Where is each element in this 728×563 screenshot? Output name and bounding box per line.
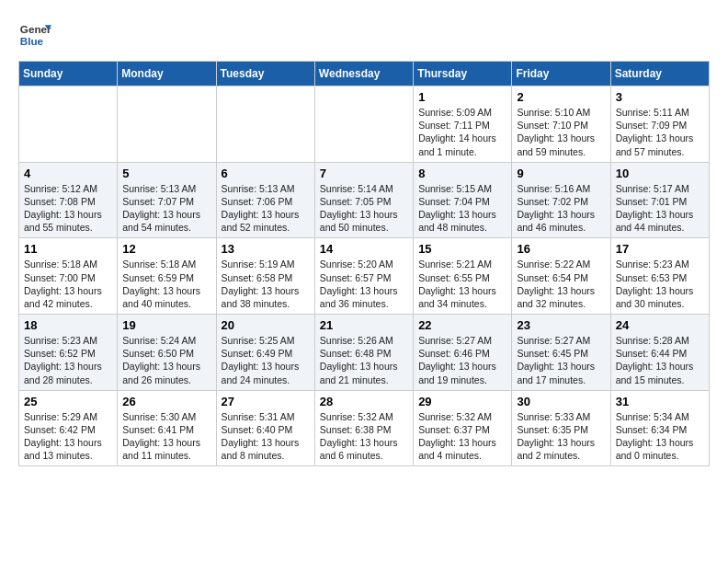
day-number: 28 [320,395,408,408]
day-number: 17 [616,242,704,256]
table-row [19,86,118,163]
day-number: 21 [320,318,408,332]
table-row [216,86,314,163]
day-number: 20 [222,318,310,332]
day-info: Sunrise: 5:15 AM Sunset: 7:04 PM Dayligh… [418,182,506,235]
day-info: Sunrise: 5:19 AM Sunset: 6:58 PM Dayligh… [222,258,310,310]
day-info: Sunrise: 5:23 AM Sunset: 6:53 PM Dayligh… [616,258,704,310]
day-info: Sunrise: 5:11 AM Sunset: 7:09 PM Dayligh… [616,106,704,158]
day-info: Sunrise: 5:22 AM Sunset: 6:54 PM Dayligh… [517,258,605,310]
weekday-header: Wednesday [314,62,413,86]
table-row: 28Sunrise: 5:32 AM Sunset: 6:38 PM Dayli… [314,390,413,466]
day-number: 29 [418,395,506,408]
calendar-table: SundayMondayTuesdayWednesdayThursdayFrid… [18,61,710,466]
day-number: 30 [517,395,605,408]
day-number: 8 [418,167,506,180]
table-row: 7Sunrise: 5:14 AM Sunset: 7:05 PM Daylig… [314,162,413,238]
table-row: 24Sunrise: 5:28 AM Sunset: 6:44 PM Dayli… [610,315,709,391]
day-info: Sunrise: 5:16 AM Sunset: 7:02 PM Dayligh… [517,182,605,235]
table-row: 13Sunrise: 5:19 AM Sunset: 6:58 PM Dayli… [216,238,314,315]
table-row: 10Sunrise: 5:17 AM Sunset: 7:01 PM Dayli… [610,162,709,238]
day-info: Sunrise: 5:18 AM Sunset: 6:59 PM Dayligh… [122,258,210,310]
day-info: Sunrise: 5:34 AM Sunset: 6:34 PM Dayligh… [616,410,704,463]
day-info: Sunrise: 5:25 AM Sunset: 6:49 PM Dayligh… [222,334,310,386]
table-row: 19Sunrise: 5:24 AM Sunset: 6:50 PM Dayli… [118,315,216,391]
table-row: 31Sunrise: 5:34 AM Sunset: 6:34 PM Dayli… [610,390,709,466]
weekday-header: Saturday [610,62,709,86]
table-row: 14Sunrise: 5:20 AM Sunset: 6:57 PM Dayli… [314,238,413,315]
day-info: Sunrise: 5:20 AM Sunset: 6:57 PM Dayligh… [320,258,408,310]
day-number: 18 [24,318,112,332]
weekday-header: Thursday [414,62,512,86]
table-row: 27Sunrise: 5:31 AM Sunset: 6:40 PM Dayli… [216,390,314,466]
day-number: 24 [616,318,704,332]
day-number: 1 [418,90,506,104]
table-row: 8Sunrise: 5:15 AM Sunset: 7:04 PM Daylig… [414,162,512,238]
day-info: Sunrise: 5:32 AM Sunset: 6:38 PM Dayligh… [320,410,408,463]
day-info: Sunrise: 5:09 AM Sunset: 7:11 PM Dayligh… [418,106,506,158]
day-number: 16 [517,242,605,256]
page-header: General Blue [18,18,710,52]
day-number: 10 [616,167,704,180]
day-info: Sunrise: 5:13 AM Sunset: 7:07 PM Dayligh… [122,182,210,235]
day-number: 15 [418,242,506,256]
day-number: 25 [24,395,112,408]
table-row: 17Sunrise: 5:23 AM Sunset: 6:53 PM Dayli… [610,238,709,315]
day-number: 26 [122,395,210,408]
table-row: 1Sunrise: 5:09 AM Sunset: 7:11 PM Daylig… [414,86,512,163]
day-number: 4 [24,167,112,180]
day-info: Sunrise: 5:28 AM Sunset: 6:44 PM Dayligh… [616,334,704,386]
day-number: 27 [222,395,310,408]
table-row: 26Sunrise: 5:30 AM Sunset: 6:41 PM Dayli… [118,390,216,466]
weekday-header: Friday [512,62,610,86]
logo: General Blue [18,18,51,52]
table-row: 2Sunrise: 5:10 AM Sunset: 7:10 PM Daylig… [512,86,610,163]
table-row: 25Sunrise: 5:29 AM Sunset: 6:42 PM Dayli… [19,390,118,466]
day-info: Sunrise: 5:18 AM Sunset: 7:00 PM Dayligh… [24,258,112,310]
table-row: 16Sunrise: 5:22 AM Sunset: 6:54 PM Dayli… [512,238,610,315]
table-row: 9Sunrise: 5:16 AM Sunset: 7:02 PM Daylig… [512,162,610,238]
table-row: 18Sunrise: 5:23 AM Sunset: 6:52 PM Dayli… [19,315,118,391]
day-info: Sunrise: 5:30 AM Sunset: 6:41 PM Dayligh… [122,410,210,463]
table-row: 6Sunrise: 5:13 AM Sunset: 7:06 PM Daylig… [216,162,314,238]
table-row: 3Sunrise: 5:11 AM Sunset: 7:09 PM Daylig… [610,86,709,163]
day-info: Sunrise: 5:24 AM Sunset: 6:50 PM Dayligh… [122,334,210,386]
table-row: 15Sunrise: 5:21 AM Sunset: 6:55 PM Dayli… [414,238,512,315]
calendar-header: SundayMondayTuesdayWednesdayThursdayFrid… [19,62,710,86]
day-number: 31 [616,395,704,408]
table-row: 29Sunrise: 5:32 AM Sunset: 6:37 PM Dayli… [414,390,512,466]
day-number: 19 [122,318,210,332]
table-row: 5Sunrise: 5:13 AM Sunset: 7:07 PM Daylig… [118,162,216,238]
table-row: 21Sunrise: 5:26 AM Sunset: 6:48 PM Dayli… [314,315,413,391]
day-info: Sunrise: 5:27 AM Sunset: 6:46 PM Dayligh… [418,334,506,386]
day-info: Sunrise: 5:23 AM Sunset: 6:52 PM Dayligh… [24,334,112,386]
svg-text:General: General [20,23,51,35]
table-row: 23Sunrise: 5:27 AM Sunset: 6:45 PM Dayli… [512,315,610,391]
day-info: Sunrise: 5:33 AM Sunset: 6:35 PM Dayligh… [517,410,605,463]
table-row [118,86,216,163]
day-info: Sunrise: 5:32 AM Sunset: 6:37 PM Dayligh… [418,410,506,463]
day-number: 6 [222,167,310,180]
table-row: 4Sunrise: 5:12 AM Sunset: 7:08 PM Daylig… [19,162,118,238]
day-info: Sunrise: 5:10 AM Sunset: 7:10 PM Dayligh… [517,106,605,158]
svg-text:Blue: Blue [20,35,44,47]
table-row: 20Sunrise: 5:25 AM Sunset: 6:49 PM Dayli… [216,315,314,391]
day-info: Sunrise: 5:13 AM Sunset: 7:06 PM Dayligh… [222,182,310,235]
day-info: Sunrise: 5:31 AM Sunset: 6:40 PM Dayligh… [222,410,310,463]
day-info: Sunrise: 5:26 AM Sunset: 6:48 PM Dayligh… [320,334,408,386]
weekday-header: Sunday [19,62,118,86]
day-info: Sunrise: 5:12 AM Sunset: 7:08 PM Dayligh… [24,182,112,235]
day-number: 9 [517,167,605,180]
day-info: Sunrise: 5:21 AM Sunset: 6:55 PM Dayligh… [418,258,506,310]
weekday-header: Monday [118,62,216,86]
day-number: 22 [418,318,506,332]
day-info: Sunrise: 5:14 AM Sunset: 7:05 PM Dayligh… [320,182,408,235]
logo-icon: General Blue [18,18,51,52]
table-row: 11Sunrise: 5:18 AM Sunset: 7:00 PM Dayli… [19,238,118,315]
day-number: 12 [122,242,210,256]
day-number: 2 [517,90,605,104]
calendar-body: 1Sunrise: 5:09 AM Sunset: 7:11 PM Daylig… [19,86,710,466]
table-row [314,86,413,163]
table-row: 22Sunrise: 5:27 AM Sunset: 6:46 PM Dayli… [414,315,512,391]
weekday-header: Tuesday [216,62,314,86]
